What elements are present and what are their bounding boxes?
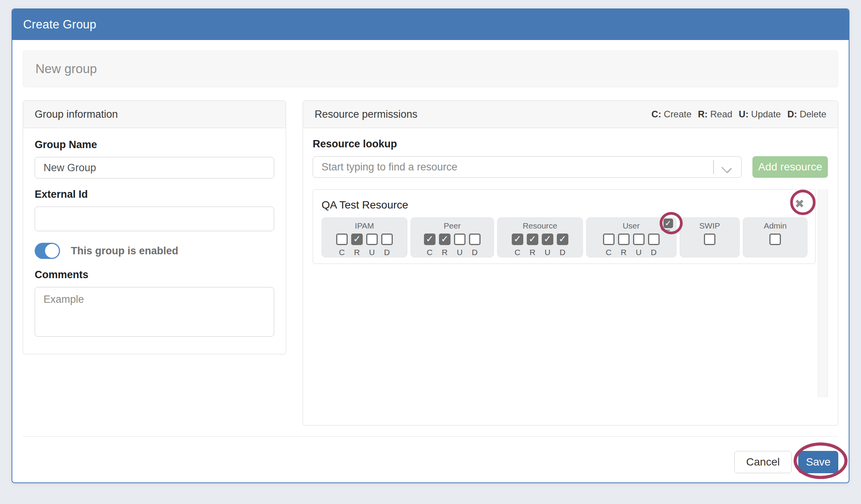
footer-actions: Cancel Save [23,451,838,484]
legend-label-read: Read [710,109,732,119]
permission-tile-ipam: IPAM C [322,217,407,257]
modal-body: New group Group information Group Name E… [12,40,849,484]
enabled-toggle-knob [45,244,59,258]
external-id-input[interactable] [35,207,274,231]
letter-u: U [366,248,378,257]
check-all-icon[interactable] [661,219,673,231]
letter-c: C [424,248,436,257]
legend-key-read: R: [698,109,708,119]
letter-d: D [557,248,568,257]
modal-columns: Group information Group Name External Id [23,100,838,426]
permission-tile-peer-label: Peer [411,220,494,231]
checkbox-swip[interactable] [704,234,715,245]
checkbox-resource-read[interactable] [527,234,538,245]
add-resource-button[interactable]: Add resource [752,156,828,178]
checkbox-resource-update[interactable] [542,234,553,245]
crud-letters-user: C R U D [586,248,676,257]
close-icon[interactable]: ✖ [795,196,807,210]
crud-letters-resource: C R U D [498,248,583,257]
letter-d: D [469,248,481,257]
permission-tile-peer: Peer C [410,217,494,257]
group-information-body: Group Name External Id This group is ena… [23,128,286,350]
letter-r: R [351,248,363,257]
checkbox-ipam-delete[interactable] [381,234,393,245]
letter-d: D [381,248,393,257]
checkbox-resource-create[interactable] [512,234,523,245]
letter-d: D [648,248,660,257]
enabled-toggle-label: This group is enabled [71,245,178,257]
group-name-banner-text: New group [35,62,97,76]
legend-key-delete: D: [787,109,797,119]
letter-c: C [336,248,348,257]
resource-permissions-header: Resource permissions C: Create R: Read U… [303,101,838,128]
letter-c: C [512,248,523,257]
permission-tiles-row: IPAM C [322,217,807,257]
create-group-modal: Create Group New group Group information… [12,8,849,483]
group-information-title: Group information [35,108,118,120]
group-name-input[interactable] [35,157,274,179]
checkbox-ipam-read[interactable] [351,234,363,245]
permission-tile-ipam-label: IPAM [322,220,407,231]
letter-r: R [618,248,630,257]
crud-letters-ipam: C R U D [322,248,407,257]
permission-tile-swip: SWIP [680,217,740,257]
group-information-header: Group information [23,101,286,128]
letter-u: U [542,248,553,257]
checkbox-user-update[interactable] [633,234,645,245]
permission-tile-admin-label: Admin [743,220,807,231]
enabled-toggle-row: This group is enabled [35,243,274,259]
letter-u: U [633,248,645,257]
lookup-divider [713,160,714,174]
letter-u: U [454,248,466,257]
group-name-banner: New group [23,50,838,87]
checkbox-peer-read[interactable] [439,234,451,245]
external-id-label: External Id [35,189,274,200]
resource-permissions-body: Resource lookup Add resource [303,128,838,399]
checkbox-admin[interactable] [769,234,781,245]
checkbox-user-delete[interactable] [648,234,660,245]
enabled-toggle[interactable] [35,243,60,259]
group-information-panel: Group information Group Name External Id [23,100,286,354]
resource-permissions-panel: Resource permissions C: Create R: Read U… [303,100,838,426]
comments-label: Comments [35,269,274,281]
crud-letters-peer: C R U D [411,248,494,257]
checkbox-user-create[interactable] [603,234,615,245]
checkbox-peer-delete[interactable] [469,234,481,245]
save-button[interactable]: Save [798,451,838,473]
resource-lookup-row: Add resource [313,156,828,178]
resource-card-title: QA Test Resource [322,196,408,211]
cancel-button[interactable]: Cancel [734,451,792,473]
letter-r: R [439,248,451,257]
modal-header: Create Group [12,9,849,40]
permission-tile-admin: Admin [743,217,807,257]
checkbox-user-read[interactable] [618,234,630,245]
comments-textarea[interactable] [35,287,274,337]
letter-r: R [527,248,538,257]
permission-tile-resource: Resource C [497,217,583,257]
checkbox-ipam-update[interactable] [366,234,378,245]
checkbox-peer-create[interactable] [424,234,436,245]
legend-label-update: Update [751,109,781,119]
legend-label-create: Create [664,109,692,119]
resource-card: QA Test Resource ✖ IPAM [313,189,816,264]
modal-title: Create Group [23,18,96,32]
footer-divider [23,436,838,437]
letter-c: C [603,248,615,257]
resource-lookup-label: Resource lookup [313,138,828,150]
resource-lookup-wrap [313,156,742,178]
legend-label-delete: Delete [800,109,826,119]
permission-tile-resource-label: Resource [498,220,583,231]
legend-key-create: C: [652,109,661,119]
resource-lookup-input[interactable] [313,156,742,178]
legend-key-update: U: [739,109,749,119]
permission-tile-user: User C [586,217,677,257]
resource-list-region: QA Test Resource ✖ IPAM [313,189,828,399]
group-name-label: Group Name [35,139,274,151]
checkbox-ipam-create[interactable] [336,234,348,245]
checkbox-peer-update[interactable] [454,234,466,245]
resource-permissions-title: Resource permissions [315,108,417,120]
scrollbar-track[interactable] [818,189,828,397]
permission-tile-swip-label: SWIP [680,220,740,231]
page-background: Create Group New group Group information… [0,0,861,504]
checkbox-resource-delete[interactable] [557,234,568,245]
